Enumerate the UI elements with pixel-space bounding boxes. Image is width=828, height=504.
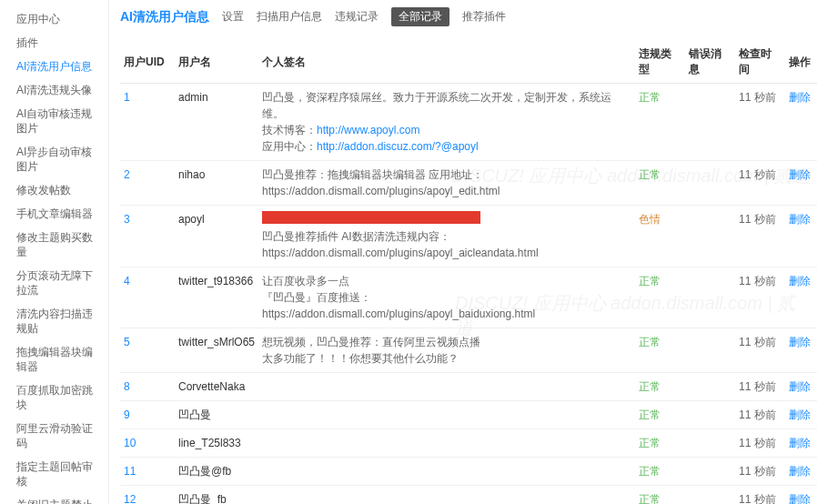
sidebar-item-1[interactable]: 插件: [0, 31, 108, 55]
cell-uid[interactable]: 3: [120, 206, 175, 267]
table-row: 1admin凹凸曼，资深程序猿屌丝。致力于开源系统二次开发，定制开发，系统运维。…: [120, 84, 817, 161]
table-row: 4twitter_t918366让百度收录多一点『凹凸曼』百度推送：https:…: [120, 267, 817, 328]
cell-op: 删除: [785, 373, 817, 401]
delete-link[interactable]: 删除: [789, 493, 811, 504]
cell-error: [685, 401, 735, 429]
cell-status: 色情: [635, 206, 685, 267]
sidebar-item-8[interactable]: 修改主题购买数量: [0, 226, 108, 264]
cell-error: [685, 328, 735, 373]
cell-username: 凹凸曼: [175, 401, 258, 429]
delete-link[interactable]: 删除: [789, 275, 811, 287]
tab-设置[interactable]: 设置: [222, 9, 244, 25]
main-panel: DISCUZ! 应用中心 addon.dismall.com | 贰道 DISC…: [109, 0, 828, 504]
cell-uid[interactable]: 9: [120, 401, 175, 429]
sidebar-item-5[interactable]: AI异步自动审核图片: [0, 140, 108, 178]
cell-username: admin: [175, 84, 258, 161]
cell-error: [685, 486, 735, 505]
sidebar-item-0[interactable]: 应用中心: [0, 7, 108, 31]
cell-username: 凹凸曼_fb: [175, 486, 258, 505]
cell-op: 删除: [785, 429, 817, 458]
sidebar-item-10[interactable]: 清洗内容扫描违规贴: [0, 302, 108, 340]
cell-status: 正常: [635, 373, 685, 401]
cell-uid[interactable]: 11: [120, 458, 175, 486]
cell-op: 删除: [785, 84, 817, 161]
sidebar: 应用中心插件AI清洗用户信息AI清洗违规头像AI自动审核违规图片AI异步自动审核…: [0, 0, 109, 504]
sidebar-item-12[interactable]: 百度抓取加密跳块: [0, 378, 108, 417]
cell-error: [685, 373, 735, 401]
sidebar-item-4[interactable]: AI自动审核违规图片: [0, 102, 108, 140]
cell-uid[interactable]: 2: [120, 161, 175, 206]
cell-signature: [258, 429, 635, 458]
sidebar-item-3[interactable]: AI清洗违规头像: [0, 78, 108, 102]
sidebar-item-6[interactable]: 修改发帖数: [0, 178, 108, 202]
cell-status: 正常: [635, 458, 685, 486]
sidebar-item-7[interactable]: 手机文章编辑器: [0, 202, 108, 226]
cell-username: line_T25l833: [175, 429, 258, 458]
sidebar-item-2[interactable]: AI清洗用户信息: [0, 55, 108, 78]
page-title: AI清洗用户信息: [120, 9, 209, 25]
cell-status: 正常: [635, 486, 685, 505]
cell-uid[interactable]: 12: [120, 486, 175, 505]
cell-signature: 凹凸曼，资深程序猿屌丝。致力于开源系统二次开发，定制开发，系统运维。技术博客：h…: [258, 84, 635, 161]
delete-link[interactable]: 删除: [789, 91, 811, 104]
delete-link[interactable]: 删除: [789, 380, 811, 393]
col-header-op: 操作: [785, 41, 817, 84]
cell-op: 删除: [785, 206, 817, 267]
table-row: 2nihao凹凸曼推荐：拖拽编辑器块编辑器 应用地址：https://addon…: [120, 161, 817, 206]
cell-uid[interactable]: 5: [120, 328, 175, 373]
delete-link[interactable]: 删除: [789, 213, 811, 226]
delete-link[interactable]: 删除: [789, 408, 811, 421]
cell-error: [685, 429, 735, 458]
cell-op: 删除: [785, 486, 817, 505]
cell-uid[interactable]: 1: [120, 84, 175, 161]
tab-全部记录[interactable]: 全部记录: [391, 7, 449, 26]
cell-time: 11 秒前: [735, 401, 785, 429]
cell-status: 正常: [635, 429, 685, 458]
cell-error: [685, 206, 735, 267]
cell-username: nihao: [175, 161, 258, 206]
cell-signature: [258, 458, 635, 486]
cell-uid[interactable]: 4: [120, 267, 175, 328]
delete-link[interactable]: 删除: [789, 336, 811, 348]
cell-time: 11 秒前: [735, 429, 785, 458]
cell-uid[interactable]: 10: [120, 429, 175, 458]
cell-username: twitter_t918366: [175, 267, 258, 328]
cell-time: 11 秒前: [735, 328, 785, 373]
sidebar-item-9[interactable]: 分页滚动无障下拉流: [0, 264, 108, 302]
cell-op: 删除: [785, 267, 817, 328]
sidebar-item-14[interactable]: 指定主题回帖审核: [0, 455, 108, 493]
cell-op: 删除: [785, 328, 817, 373]
cell-signature: 让百度收录多一点『凹凸曼』百度推送：https://addon.dismall.…: [258, 267, 635, 328]
cell-signature: 想玩视频，凹凸曼推荐：直传阿里云视频点播太多功能了！！！你想要其他什么功能？: [258, 328, 635, 373]
table-row: 9凹凸曼正常11 秒前删除: [120, 401, 817, 429]
cell-signature: 凹凸曼推荐：拖拽编辑器块编辑器 应用地址：https://addon.disma…: [258, 161, 635, 206]
col-header-sig: 个人签名: [258, 41, 635, 84]
delete-link[interactable]: 删除: [789, 465, 811, 478]
sidebar-item-13[interactable]: 阿里云滑动验证码: [0, 417, 108, 455]
tab-违规记录[interactable]: 违规记录: [335, 9, 379, 25]
col-header-user: 用户名: [175, 41, 258, 84]
tab-推荐插件[interactable]: 推荐插件: [462, 9, 506, 25]
cell-error: [685, 84, 735, 161]
user-table: 用户UID用户名个人签名违规类型错误消息检查时间操作 1admin凹凸曼，资深程…: [120, 41, 817, 504]
cell-time: 11 秒前: [735, 84, 785, 161]
delete-link[interactable]: 删除: [789, 168, 811, 181]
redacted-bar: [262, 211, 480, 224]
cell-time: 11 秒前: [735, 267, 785, 328]
cell-status: 正常: [635, 161, 685, 206]
table-row: 11凹凸曼@fb正常11 秒前删除: [120, 458, 817, 486]
cell-signature: [258, 401, 635, 429]
cell-error: [685, 267, 735, 328]
cell-time: 11 秒前: [735, 206, 785, 267]
delete-link[interactable]: 删除: [789, 437, 811, 449]
tab-扫描用户信息[interactable]: 扫描用户信息: [257, 9, 322, 25]
cell-status: 正常: [635, 401, 685, 429]
sidebar-item-15[interactable]: 关闭旧主题禁止访问: [0, 493, 108, 504]
col-header-err: 错误消息: [685, 41, 735, 84]
sidebar-item-11[interactable]: 拖拽编辑器块编辑器: [0, 340, 108, 378]
cell-username: CorvetteNaka: [175, 373, 258, 401]
cell-time: 11 秒前: [735, 161, 785, 206]
col-header-status: 违规类型: [635, 41, 685, 84]
cell-username: 凹凸曼@fb: [175, 458, 258, 486]
cell-uid[interactable]: 8: [120, 373, 175, 401]
